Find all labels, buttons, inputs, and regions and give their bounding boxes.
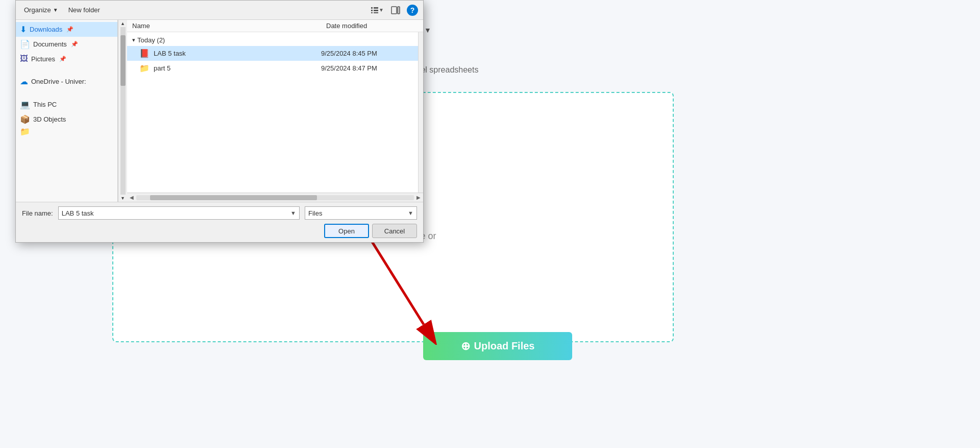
dialog-body: ⬇ Downloads 📌 📄 Documents 📌 🖼 Pictures 📌 <box>16 20 423 202</box>
svg-rect-6 <box>371 10 373 11</box>
organize-label: Organize <box>24 6 51 14</box>
file-row-part5[interactable]: 📁 part 5 9/25/2024 8:47 PM <box>127 61 418 76</box>
open-label: Open <box>338 227 355 235</box>
file-group-today: ▾ Today (2) <box>127 34 418 46</box>
help-icon: ? <box>410 6 415 14</box>
organize-button[interactable]: Organize ▼ <box>21 5 61 15</box>
file-name-part5: part 5 <box>154 64 317 72</box>
sidebar-item-partial[interactable]: 📁 <box>16 127 117 136</box>
documents-icon: 📄 <box>20 39 30 49</box>
sidebar-item-downloads[interactable]: ⬇ Downloads 📌 <box>16 22 117 37</box>
sidebar-item-onedrive[interactable]: ☁ OneDrive - Univer: <box>16 74 117 89</box>
folder-icon: 📁 <box>139 63 150 73</box>
3dobjects-icon: 📦 <box>20 114 30 124</box>
dropdown-arrow-icon: ▼ <box>424 26 431 34</box>
file-name-lab5: LAB 5 task <box>154 50 317 57</box>
file-list-container: ▾ Today (2) 📕 LAB 5 task 9/25/2024 8:45 … <box>127 32 423 193</box>
sidebar-onedrive-label: OneDrive - Univer: <box>31 78 86 85</box>
sidebar-spacer-1 <box>16 66 117 74</box>
file-open-dialog: Organize ▼ New folder ▼ ? <box>15 0 424 243</box>
svg-rect-8 <box>371 12 373 13</box>
sidebar-scrollbar: ▲ ▼ <box>118 20 127 202</box>
dialog-toolbar: Organize ▼ New folder ▼ ? <box>16 1 423 20</box>
h-scroll-right-button[interactable]: ▶ <box>414 193 423 202</box>
preview-pane-button[interactable] <box>388 3 403 17</box>
upload-plus-icon: ⊕ <box>461 340 470 353</box>
cancel-button[interactable]: Cancel <box>372 224 417 238</box>
group-label: Today (2) <box>137 36 165 44</box>
filename-input[interactable]: LAB 5 task ▼ <box>58 206 300 220</box>
svg-rect-5 <box>374 7 378 9</box>
filetype-select[interactable]: Files ▼ <box>305 206 417 220</box>
sidebar-documents-label: Documents <box>33 40 67 48</box>
horizontal-scrollbar: ◀ ▶ <box>127 193 423 202</box>
svg-rect-9 <box>374 12 378 13</box>
preview-icon <box>391 6 400 14</box>
file-date-lab5: 9/25/2024 8:45 PM <box>321 50 413 57</box>
pin-icon: 📌 <box>66 26 74 33</box>
upload-btn-label: Upload Files <box>474 340 535 352</box>
new-folder-button[interactable]: New folder <box>65 5 103 15</box>
file-row-lab5task[interactable]: 📕 LAB 5 task 9/25/2024 8:45 PM <box>127 46 418 61</box>
h-scroll-track <box>136 195 414 200</box>
filetype-value: Files <box>308 209 406 217</box>
filename-input-value: LAB 5 task <box>62 209 288 217</box>
pin-icon-pics: 📌 <box>59 56 66 62</box>
help-button[interactable]: ? <box>407 5 418 16</box>
footer-buttons: Open Cancel <box>22 224 417 238</box>
downloads-icon: ⬇ <box>20 25 27 34</box>
partial-icon: 📁 <box>20 127 30 136</box>
file-date-part5: 9/25/2024 8:47 PM <box>321 64 413 72</box>
file-list: ▾ Today (2) 📕 LAB 5 task 9/25/2024 8:45 … <box>127 32 418 193</box>
open-button[interactable]: Open <box>324 224 369 238</box>
filename-dropdown-icon[interactable]: ▼ <box>290 210 296 216</box>
dialog-sidebar: ⬇ Downloads 📌 📄 Documents 📌 🖼 Pictures 📌 <box>16 20 118 202</box>
view-list-icon <box>371 6 379 14</box>
sidebar-item-thispc[interactable]: 💻 This PC <box>16 97 117 112</box>
filetype-dropdown-icon[interactable]: ▼ <box>408 210 413 216</box>
thispc-icon: 💻 <box>20 100 30 109</box>
dialog-main: Name Date modified ▾ Today (2) 📕 LAB 5 t… <box>127 20 423 202</box>
group-chevron-icon: ▾ <box>132 37 135 43</box>
sidebar-3dobjects-label: 3D Objects <box>33 115 66 123</box>
svg-rect-7 <box>374 10 378 11</box>
file-list-scrollbar <box>418 32 423 193</box>
svg-rect-11 <box>398 7 400 14</box>
sidebar-container: ⬇ Downloads 📌 📄 Documents 📌 🖼 Pictures 📌 <box>16 20 127 202</box>
pictures-icon: 🖼 <box>20 54 28 63</box>
pdf-file-icon: 📕 <box>139 49 150 58</box>
organize-dropdown-icon: ▼ <box>53 7 58 13</box>
view-dropdown-arrow: ▼ <box>379 7 384 13</box>
dialog-footer: File name: LAB 5 task ▼ Files ▼ Open Can… <box>16 202 423 242</box>
view-options-button[interactable]: ▼ <box>370 3 384 17</box>
h-scroll-thumb <box>150 195 316 200</box>
sidebar-item-documents[interactable]: 📄 Documents 📌 <box>16 37 117 52</box>
sidebar-scroll-thumb <box>120 35 126 85</box>
sidebar-item-pictures[interactable]: 🖼 Pictures 📌 <box>16 52 117 66</box>
filename-row: File name: LAB 5 task ▼ Files ▼ <box>22 206 417 220</box>
cancel-label: Cancel <box>384 227 405 235</box>
h-scroll-left-button[interactable]: ◀ <box>127 193 136 202</box>
sidebar-scroll-up-button[interactable]: ▲ <box>118 20 128 27</box>
file-list-header: Name Date modified <box>127 20 423 32</box>
svg-rect-10 <box>391 7 397 14</box>
sidebar-pictures-label: Pictures <box>31 55 55 63</box>
sidebar-downloads-label: Downloads <box>30 26 62 33</box>
col-date-header: Date modified <box>326 22 418 30</box>
sidebar-scroll-track <box>120 27 126 195</box>
col-name-header: Name <box>132 22 326 30</box>
svg-rect-4 <box>371 7 373 9</box>
sidebar-spacer-2 <box>16 89 117 97</box>
filename-label: File name: <box>22 209 53 217</box>
sidebar-scroll-down-button[interactable]: ▼ <box>118 195 128 202</box>
onedrive-icon: ☁ <box>20 77 28 86</box>
pin-icon-docs: 📌 <box>71 41 78 48</box>
sidebar-thispc-label: This PC <box>33 101 57 108</box>
upload-files-button[interactable]: ⊕ Upload Files <box>423 332 572 360</box>
new-folder-label: New folder <box>68 6 100 14</box>
sidebar-item-3dobjects[interactable]: 📦 3D Objects <box>16 112 117 127</box>
